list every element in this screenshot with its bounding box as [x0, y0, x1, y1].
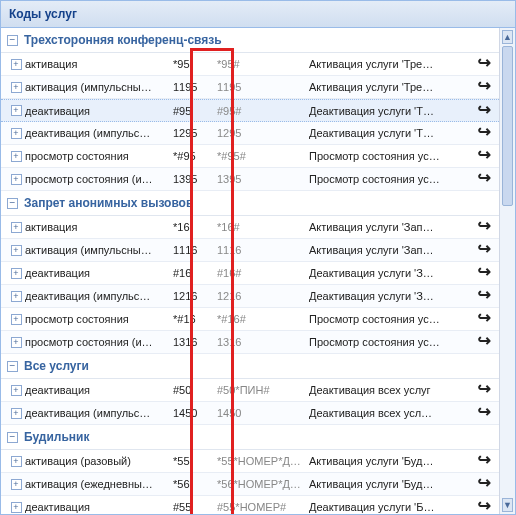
table-row[interactable]: +деактивация#50#50*ПИН#Деактивация всех … — [1, 379, 499, 402]
group-header[interactable]: −Будильник — [1, 425, 499, 450]
plus-icon[interactable]: + — [11, 502, 22, 513]
table-row[interactable]: +активация (импульсны…11161116Активация … — [1, 239, 499, 262]
row-expander[interactable]: + — [7, 385, 25, 396]
table-row[interactable]: +активация*95*95#Активация услуги 'Тре… — [1, 53, 499, 76]
table-row[interactable]: +деактивация (импульс…12951295Деактиваци… — [1, 122, 499, 145]
cell-action[interactable] — [473, 57, 499, 71]
collapse-icon[interactable]: − — [7, 35, 18, 46]
row-expander[interactable]: + — [7, 105, 25, 116]
table-row[interactable]: +активация*16*16#Активация услуги 'Зап… — [1, 216, 499, 239]
table-row[interactable]: +просмотр состояния*#95*#95#Просмотр сос… — [1, 145, 499, 168]
row-expander[interactable]: + — [7, 222, 25, 233]
table-row[interactable]: +активация (ежедневны…*56*56*НОМЕР*Д…Акт… — [1, 473, 499, 496]
group-header[interactable]: −Все услуги — [1, 354, 499, 379]
plus-icon[interactable]: + — [11, 174, 22, 185]
collapse-icon[interactable]: − — [7, 198, 18, 209]
reply-icon[interactable] — [478, 149, 494, 163]
reply-icon[interactable] — [478, 289, 494, 303]
row-expander[interactable]: + — [7, 174, 25, 185]
collapse-icon[interactable]: − — [7, 361, 18, 372]
cell-action[interactable] — [473, 477, 499, 491]
row-expander[interactable]: + — [7, 314, 25, 325]
reply-icon[interactable] — [478, 335, 494, 349]
cell-action[interactable] — [473, 220, 499, 234]
reply-icon[interactable] — [478, 477, 494, 491]
cell-action[interactable] — [473, 80, 499, 94]
table-row[interactable]: +деактивация (импульс…14501450Деактиваци… — [1, 402, 499, 425]
scroll-down-button[interactable]: ▼ — [502, 498, 513, 512]
plus-icon[interactable]: + — [11, 314, 22, 325]
group-header[interactable]: −Трехсторонняя конференц-связь — [1, 28, 499, 53]
plus-icon[interactable]: + — [11, 222, 22, 233]
scroll-up-button[interactable]: ▲ — [502, 30, 513, 44]
cell-description: Деактивация всех усл… — [309, 407, 473, 419]
scroll-thumb[interactable] — [502, 46, 513, 206]
row-expander[interactable]: + — [7, 128, 25, 139]
cell-action[interactable] — [473, 149, 499, 163]
cell-action[interactable] — [473, 406, 499, 420]
table-row[interactable]: +просмотр состояния*#16*#16#Просмотр сос… — [1, 308, 499, 331]
table-row[interactable]: +активация (импульсны…11951195Активация … — [1, 76, 499, 99]
row-expander[interactable]: + — [7, 479, 25, 490]
cell-action[interactable] — [473, 243, 499, 257]
cell-action[interactable] — [473, 383, 499, 397]
table-row[interactable]: +активация (разовый)*55*55*НОМЕР*Д…Актив… — [1, 450, 499, 473]
cell-action[interactable] — [473, 266, 499, 280]
plus-icon[interactable]: + — [11, 291, 22, 302]
plus-icon[interactable]: + — [11, 408, 22, 419]
plus-icon[interactable]: + — [11, 479, 22, 490]
reply-icon[interactable] — [478, 266, 494, 280]
table-row[interactable]: +просмотр состояния (и…13951395Просмотр … — [1, 168, 499, 191]
reply-icon[interactable] — [478, 454, 494, 468]
vertical-scrollbar[interactable]: ▲ ▼ — [499, 28, 515, 514]
reply-icon[interactable] — [478, 383, 494, 397]
collapse-icon[interactable]: − — [7, 432, 18, 443]
reply-icon[interactable] — [478, 57, 494, 71]
plus-icon[interactable]: + — [11, 456, 22, 467]
group-header[interactable]: −Запрет анонимных вызовов — [1, 191, 499, 216]
cell-action[interactable] — [473, 172, 499, 186]
row-expander[interactable]: + — [7, 268, 25, 279]
plus-icon[interactable]: + — [11, 245, 22, 256]
table-row[interactable]: +деактивация#16#16#Деактивация услуги 'З… — [1, 262, 499, 285]
plus-icon[interactable]: + — [11, 151, 22, 162]
plus-icon[interactable]: + — [11, 337, 22, 348]
reply-icon[interactable] — [478, 172, 494, 186]
reply-icon[interactable] — [478, 220, 494, 234]
cell-action[interactable] — [473, 126, 499, 140]
cell-action[interactable] — [473, 500, 499, 514]
plus-icon[interactable]: + — [11, 82, 22, 93]
cell-action[interactable] — [473, 289, 499, 303]
reply-icon[interactable] — [478, 406, 494, 420]
reply-icon[interactable] — [478, 80, 494, 94]
row-expander[interactable]: + — [7, 337, 25, 348]
row-expander[interactable]: + — [7, 408, 25, 419]
cell-action[interactable] — [473, 312, 499, 326]
group-label: Трехсторонняя конференц-связь — [24, 33, 222, 47]
row-expander[interactable]: + — [7, 291, 25, 302]
plus-icon[interactable]: + — [11, 128, 22, 139]
reply-icon[interactable] — [478, 243, 494, 257]
cell-action[interactable] — [473, 335, 499, 349]
row-expander[interactable]: + — [7, 456, 25, 467]
plus-icon[interactable]: + — [11, 59, 22, 70]
reply-icon[interactable] — [478, 500, 494, 514]
plus-icon[interactable]: + — [11, 105, 22, 116]
table-row[interactable]: +деактивация#55#55*НОМЕР#Деактивация усл… — [1, 496, 499, 514]
plus-icon[interactable]: + — [11, 268, 22, 279]
plus-icon[interactable]: + — [11, 385, 22, 396]
row-expander[interactable]: + — [7, 59, 25, 70]
reply-icon[interactable] — [478, 312, 494, 326]
cell-code: 1450 — [173, 407, 217, 419]
table-row[interactable]: +деактивация#95#95#Деактивация услуги 'Т… — [1, 99, 499, 122]
row-expander[interactable]: + — [7, 502, 25, 513]
reply-icon[interactable] — [478, 126, 494, 140]
reply-icon[interactable] — [478, 104, 494, 118]
cell-action[interactable] — [473, 104, 499, 118]
row-expander[interactable]: + — [7, 82, 25, 93]
cell-action[interactable] — [473, 454, 499, 468]
row-expander[interactable]: + — [7, 245, 25, 256]
table-row[interactable]: +просмотр состояния (и…13161316Просмотр … — [1, 331, 499, 354]
row-expander[interactable]: + — [7, 151, 25, 162]
table-row[interactable]: +деактивация (импульс…12161216Деактиваци… — [1, 285, 499, 308]
